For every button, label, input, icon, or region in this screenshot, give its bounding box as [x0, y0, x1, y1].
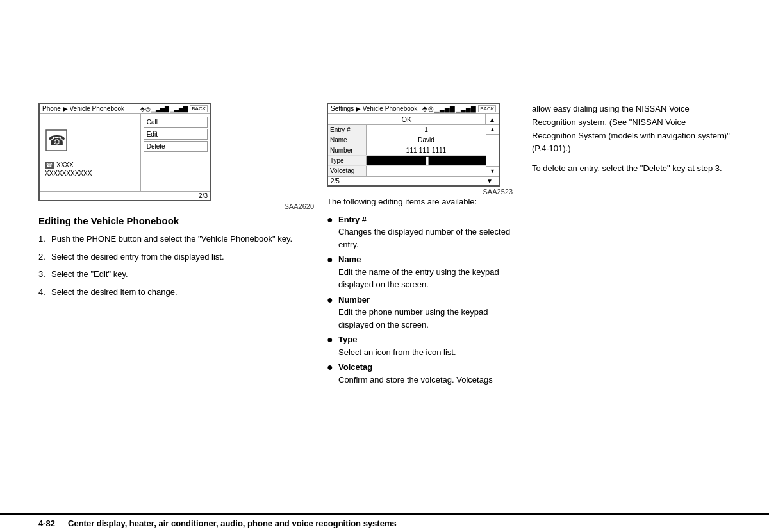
down-arrow-icon — [486, 178, 493, 185]
bullet-desc-3: Edit the phone number using the keypad d… — [338, 306, 513, 331]
bullet-entry: ● Entry # Changes the displayed number o… — [327, 213, 513, 251]
s2-back-tag[interactable]: BACK — [478, 105, 496, 112]
scroll-btn-2[interactable]: ▼ — [486, 167, 499, 176]
field-name-label: Name — [328, 135, 367, 145]
bullet-title-3: Number — [338, 294, 513, 306]
footer-text: Center display, heater, air conditioner,… — [68, 519, 397, 528]
signal-bars2-icon: ▁▃▅▇ — [170, 106, 188, 112]
footer-page: 4-82 — [38, 519, 55, 528]
right-para2: To delete an entry, select the "Delete" … — [532, 162, 731, 176]
bullet-type: ● Type Select an icon from the icon list… — [327, 333, 513, 358]
screen2-footer: 2/5 — [328, 176, 499, 185]
main-area: Phone ▶ Vehicle Phonebook ⬘ ◎ ▁▃▅▇ ▁▃▅▇ … — [38, 103, 731, 388]
svg-text:☎: ☎ — [48, 133, 65, 149]
screen1-icons: ⬘ ◎ ▁▃▅▇ ▁▃▅▇ BACK — [140, 105, 208, 112]
screen1-container: Phone ▶ Vehicle Phonebook ⬘ ◎ ▁▃▅▇ ▁▃▅▇ … — [38, 103, 314, 210]
mid-column: Settings ▶ Vehicle Phonebook ⬘ ◎ ▁▃▅▇ ▁▃… — [314, 103, 513, 388]
bullet-dot-3: ● — [327, 294, 336, 331]
contact-info: ☎ XXXX — [45, 162, 74, 169]
page-content: Phone ▶ Vehicle Phonebook ⬘ ◎ ▁▃▅▇ ▁▃▅▇ … — [0, 0, 769, 532]
screen1: Phone ▶ Vehicle Phonebook ⬘ ◎ ▁▃▅▇ ▁▃▅▇ … — [38, 103, 211, 201]
contact-number: XXXXXXXXXXX — [45, 170, 92, 177]
step-4: 4. Select the desired item to change. — [38, 286, 314, 299]
phone-icon-large: ☎ — [45, 129, 68, 156]
step-1: 1. Push the PHONE button and select the … — [38, 233, 314, 245]
screen2: Settings ▶ Vehicle Phonebook ⬘ ◎ ▁▃▅▇ ▁▃… — [327, 103, 500, 187]
screen1-page: 2/3 — [199, 192, 208, 199]
scroll-track — [486, 135, 499, 167]
screen1-body: ☎ ☎ XXXX XXXXXXXXXXX Call Edit — [40, 114, 210, 191]
bluetooth-icon: ⬘ — [140, 106, 145, 112]
bullet-content-5: Voicetag Confirm and store the voicetag.… — [338, 361, 513, 386]
bullet-desc-2: Edit the name of the entry using the key… — [338, 266, 513, 291]
right-column: allow easy dialing using the NISSAN Voic… — [513, 103, 731, 388]
field-name: Name David — [328, 135, 486, 145]
bullet-voicetag: ● Voicetag Confirm and store the voiceta… — [327, 361, 513, 386]
back-tag[interactable]: BACK — [190, 105, 208, 112]
signal-bars-icon: ▁▃▅▇ — [151, 106, 169, 112]
screen2-body: Entry # 1 Name David Number 111-111-1111 — [328, 125, 499, 176]
bullet-dot-2: ● — [327, 253, 336, 291]
bullet-desc-5: Confirm and store the voicetag. Voicetag… — [338, 374, 513, 387]
bullet-dot-5: ● — [327, 361, 336, 386]
bullet-content-1: Entry # Changes the displayed number of … — [338, 213, 513, 251]
scroll-btn-1[interactable]: ▲ — [486, 125, 499, 135]
contact-name: XXXX — [56, 162, 74, 169]
screen1-left: ☎ ☎ XXXX XXXXXXXXXXX — [40, 114, 141, 191]
step-2: 2. Select the desired entry from the dis… — [38, 251, 314, 263]
steps-list: 1. Push the PHONE button and select the … — [38, 233, 314, 298]
field-entry-value[interactable]: 1 — [367, 125, 486, 135]
scroll-down-button[interactable] — [483, 178, 496, 185]
screen2-container: Settings ▶ Vehicle Phonebook ⬘ ◎ ▁▃▅▇ ▁▃… — [327, 103, 513, 195]
s2-phone-signal-icon: ◎ — [428, 105, 434, 112]
bullet-title-4: Type — [338, 333, 513, 346]
delete-button[interactable]: Delete — [144, 141, 208, 152]
screen2-ok-row: OK — [328, 114, 499, 125]
bullet-number: ● Number Edit the phone number using the… — [327, 294, 513, 331]
field-entry: Entry # 1 — [328, 125, 486, 135]
bullet-title-2: Name — [338, 253, 513, 266]
bullet-content-2: Name Edit the name of the entry using th… — [338, 253, 513, 291]
up-arrow-icon — [489, 116, 495, 123]
field-type-value[interactable]: ▐ — [367, 156, 486, 165]
call-button[interactable]: Call — [144, 117, 208, 128]
bullet-intro: The following editing items are availabl… — [327, 195, 513, 208]
field-number: Number 111-111-1111 — [328, 145, 486, 156]
edit-button[interactable]: Edit — [144, 129, 208, 140]
field-name-value[interactable]: David — [367, 135, 486, 145]
left-column: Phone ▶ Vehicle Phonebook ⬘ ◎ ▁▃▅▇ ▁▃▅▇ … — [38, 103, 314, 388]
s2-signal-bars-icon: ▁▃▅▇ — [434, 105, 455, 112]
field-type-label: Type — [328, 156, 367, 165]
field-number-value[interactable]: 111-111-1111 — [367, 145, 486, 155]
field-number-label: Number — [328, 145, 367, 155]
field-voicetag-value[interactable] — [367, 170, 486, 172]
field-entry-label: Entry # — [328, 125, 367, 135]
right-para1: allow easy dialing using the NISSAN Voic… — [532, 103, 731, 156]
screen1-header: Phone ▶ Vehicle Phonebook ⬘ ◎ ▁▃▅▇ ▁▃▅▇ … — [40, 104, 210, 114]
bullet-title-5: Voicetag — [338, 361, 513, 374]
screen2-header: Settings ▶ Vehicle Phonebook ⬘ ◎ ▁▃▅▇ ▁▃… — [328, 104, 499, 114]
s2-bluetooth-icon: ⬘ — [422, 105, 427, 112]
scroll-up-button[interactable] — [486, 115, 499, 124]
bullet-desc-1: Changes the displayed number of the sele… — [338, 226, 513, 251]
bullet-dot-4: ● — [327, 333, 336, 358]
screen2-header-title: Settings ▶ Vehicle Phonebook — [331, 105, 417, 112]
screen1-footer: 2/3 — [40, 191, 210, 200]
screen2-scrollbar: ▲ ▼ — [486, 125, 499, 176]
screen1-saa: SAA2620 — [38, 203, 314, 210]
right-text: allow easy dialing using the NISSAN Voic… — [532, 103, 731, 176]
bullet-content-3: Number Edit the phone number using the k… — [338, 294, 513, 331]
screen2-fields: Entry # 1 Name David Number 111-111-1111 — [328, 125, 486, 176]
step-3: 3. Select the "Edit" key. — [38, 268, 314, 281]
screen2-icons: ⬘ ◎ ▁▃▅▇ ▁▃▅▇ BACK — [422, 105, 496, 112]
phone-signal-icon: ◎ — [145, 106, 151, 112]
field-type: Type ▐ — [328, 156, 486, 166]
contact-icon-small: ☎ — [45, 162, 54, 169]
bullet-name: ● Name Edit the name of the entry using … — [327, 253, 513, 291]
screen1-header-title: Phone ▶ Vehicle Phonebook — [42, 105, 124, 112]
screen2-page: 2/5 — [331, 178, 340, 185]
bullet-section: The following editing items are availabl… — [327, 195, 513, 386]
bullet-dot-1: ● — [327, 213, 336, 251]
field-voicetag-label: Voicetag — [328, 166, 367, 176]
ok-button[interactable]: OK — [328, 114, 486, 124]
